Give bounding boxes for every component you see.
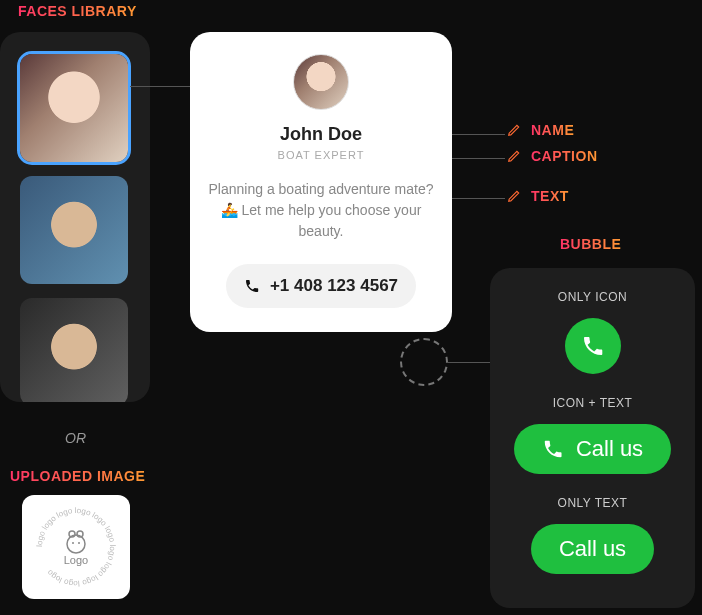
bubble-panel: ONLY ICON ICON + TEXT Call us ONLY TEXT … bbox=[490, 268, 695, 608]
phone-icon bbox=[581, 334, 605, 358]
card-phone-button[interactable]: +1 408 123 4567 bbox=[226, 264, 416, 308]
pencil-icon bbox=[507, 123, 521, 137]
logo-placeholder: logo logo logo logo logo logo logo logo … bbox=[33, 504, 119, 590]
card-text[interactable]: Planning a boating adventure mate? 🚣 Let… bbox=[206, 179, 436, 242]
edit-name-row[interactable]: NAME bbox=[507, 122, 574, 138]
bubble-call-us-text: Call us bbox=[559, 536, 626, 562]
edit-text-label: TEXT bbox=[531, 188, 569, 204]
bubble-call-us-text: Call us bbox=[576, 436, 643, 462]
edit-name-label: NAME bbox=[531, 122, 574, 138]
face-option-1[interactable] bbox=[20, 54, 128, 162]
svg-text:Logo: Logo bbox=[64, 554, 88, 566]
bubble-only-text-label: ONLY TEXT bbox=[558, 496, 628, 510]
phone-icon bbox=[244, 278, 260, 294]
phone-icon bbox=[542, 438, 564, 460]
svg-point-1 bbox=[67, 535, 85, 553]
card-caption[interactable]: BOAT EXPERT bbox=[206, 149, 436, 161]
bubble-only-icon-label: ONLY ICON bbox=[558, 290, 627, 304]
svg-point-4 bbox=[72, 542, 74, 544]
bubble-heading: BUBBLE bbox=[560, 236, 621, 252]
pencil-icon bbox=[507, 149, 521, 163]
edit-text-row[interactable]: TEXT bbox=[507, 188, 569, 204]
face-image bbox=[20, 298, 128, 402]
card-name[interactable]: John Doe bbox=[206, 124, 436, 145]
uploaded-image-heading: UPLOADED IMAGE bbox=[10, 468, 145, 484]
face-image bbox=[20, 176, 128, 284]
faces-library-heading: FACES LIBRARY bbox=[18, 3, 137, 19]
face-option-3[interactable] bbox=[20, 298, 128, 402]
bubble-target-indicator bbox=[400, 338, 448, 386]
face-image bbox=[20, 54, 128, 162]
svg-point-5 bbox=[78, 542, 80, 544]
profile-card: John Doe BOAT EXPERT Planning a boating … bbox=[190, 32, 452, 332]
uploaded-image-slot[interactable]: logo logo logo logo logo logo logo logo … bbox=[22, 495, 130, 599]
face-option-2[interactable] bbox=[20, 176, 128, 284]
card-phone-number: +1 408 123 4567 bbox=[270, 276, 398, 296]
pencil-icon bbox=[507, 189, 521, 203]
bubble-option-only-icon[interactable] bbox=[565, 318, 621, 374]
edit-caption-row[interactable]: CAPTION bbox=[507, 148, 598, 164]
bubble-icon-text-label: ICON + TEXT bbox=[553, 396, 633, 410]
edit-caption-label: CAPTION bbox=[531, 148, 598, 164]
svg-text:logo logo logo logo logo logo : logo logo logo logo logo logo logo logo … bbox=[35, 506, 117, 588]
or-label: OR bbox=[65, 430, 86, 446]
card-avatar[interactable] bbox=[293, 54, 349, 110]
bubble-option-icon-text[interactable]: Call us bbox=[514, 424, 671, 474]
bubble-option-only-text[interactable]: Call us bbox=[531, 524, 654, 574]
faces-library-panel bbox=[0, 32, 150, 402]
